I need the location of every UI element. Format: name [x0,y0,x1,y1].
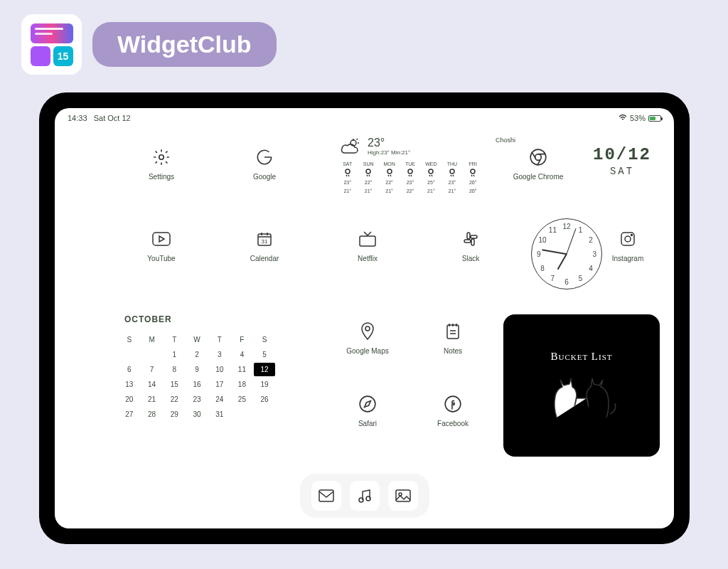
calendar-day[interactable]: 28 [141,408,163,421]
slack-icon [461,229,481,249]
svg-point-20 [360,396,375,412]
app-youtube[interactable]: YouTube [133,229,190,262]
app-facebook[interactable]: Facebook [424,394,481,427]
calendar-header: T [164,333,185,346]
svg-point-5 [408,169,412,174]
calendar-day [141,348,163,361]
brand-header: 15 WidgetClub [21,14,277,75]
weather-icon [339,137,360,156]
app-chrome[interactable]: Google Chrome [510,147,567,181]
dock-music[interactable] [350,481,380,511]
calendar-header: W [186,333,208,346]
weather-temp: 23° [368,137,410,149]
app-calendar[interactable]: 31 Calendar [236,229,293,262]
compass-icon [358,394,378,414]
svg-rect-19 [447,325,459,339]
app-safari[interactable]: Safari [339,394,396,427]
wifi-icon [619,114,627,122]
svg-point-7 [450,169,454,174]
calendar-day[interactable]: 3 [209,348,230,361]
calendar-icon: 31 [255,229,274,249]
calendar-header: S [254,333,275,346]
status-time: 14:33 [68,114,87,122]
status-date: Sat Oct 12 [94,114,131,122]
calendar-month: OCTOBER [124,314,275,324]
calendar-day[interactable]: 22 [164,393,185,406]
forecast-day: MON22°21° [381,160,397,195]
app-slack[interactable]: Slack [442,229,499,262]
forecast-day: THU23°21° [444,160,460,195]
app-notes[interactable]: Notes [424,321,481,355]
svg-rect-22 [319,490,333,501]
calendar-widget[interactable]: OCTOBER SMTWTFS1234567891011121314151617… [119,314,275,421]
svg-point-10 [535,154,542,161]
svg-point-3 [366,169,370,174]
calendar-day[interactable]: 21 [141,393,163,406]
svg-point-6 [429,169,433,174]
calendar-day[interactable]: 5 [254,348,275,361]
calendar-day[interactable]: 11 [232,363,253,376]
calendar-day[interactable]: 12 [254,363,275,376]
instagram-icon [618,229,638,249]
brand-name: WidgetClub [92,22,277,67]
date-value: 10/12 [593,145,651,164]
notes-icon [443,321,463,341]
app-netflix[interactable]: Netflix [339,229,396,262]
calendar-day[interactable]: 25 [232,393,253,406]
calendar-day[interactable]: 14 [141,378,163,391]
calendar-day[interactable]: 8 [164,363,185,376]
dock-mail[interactable] [311,481,341,511]
calendar-day[interactable]: 30 [186,408,208,421]
date-widget[interactable]: 10/12 SAT [593,145,651,177]
calendar-day[interactable]: 2 [186,348,208,361]
calendar-day[interactable]: 15 [164,378,185,391]
svg-point-17 [631,235,633,236]
bucket-list-widget[interactable]: Bucket List [503,314,660,457]
calendar-day[interactable]: 27 [119,408,140,421]
calendar-day [119,348,140,361]
calendar-day[interactable]: 1 [164,348,185,361]
calendar-day[interactable]: 17 [209,378,230,391]
svg-point-8 [471,169,475,174]
calendar-day[interactable]: 7 [141,363,163,376]
svg-rect-11 [153,233,170,245]
screen[interactable]: 14:33 Sat Oct 12 53% Settings [55,108,674,528]
tablet-frame: 14:33 Sat Oct 12 53% Settings [39,92,690,544]
chrome-icon [528,147,548,167]
app-google[interactable]: Google [236,147,293,181]
forecast-day: FRI20°20° [465,160,481,195]
svg-rect-25 [396,490,410,501]
calendar-day[interactable]: 6 [119,363,140,376]
calendar-day[interactable]: 4 [232,348,253,361]
google-icon [255,147,274,167]
svg-rect-14 [360,236,375,246]
cats-illustration [535,371,628,421]
calendar-day[interactable]: 9 [186,363,208,376]
calendar-day[interactable]: 29 [164,408,185,421]
calendar-day[interactable]: 16 [186,378,208,391]
clock-widget[interactable]: 123456789101112 [531,218,602,289]
calendar-day[interactable]: 13 [119,378,140,391]
calendar-day[interactable]: 24 [209,393,230,406]
calendar-header: M [141,333,163,346]
app-instagram[interactable]: Instagram [599,229,656,262]
app-settings[interactable]: Settings [133,147,190,181]
forecast-day: WED25°21° [423,160,439,195]
calendar-day[interactable]: 23 [186,393,208,406]
bucket-title: Bucket List [550,351,612,363]
calendar-header: S [119,333,140,346]
calendar-day[interactable]: 19 [254,378,275,391]
dock-photos[interactable] [388,481,418,511]
weather-widget[interactable]: 23° High:23° Min:21° SAT23°21°SUN22°21°M… [339,137,481,195]
svg-point-18 [365,326,370,331]
calendar-day[interactable]: 18 [232,378,253,391]
battery-icon [648,115,661,122]
calendar-day[interactable]: 20 [119,393,140,406]
app-maps[interactable]: Google Maps [339,321,396,355]
calendar-day[interactable]: 31 [209,408,230,421]
calendar-header: T [209,333,230,346]
weather-location: Choshi [496,137,515,144]
calendar-day[interactable]: 26 [254,393,275,406]
calendar-day[interactable]: 10 [209,363,230,376]
svg-point-21 [445,396,461,412]
